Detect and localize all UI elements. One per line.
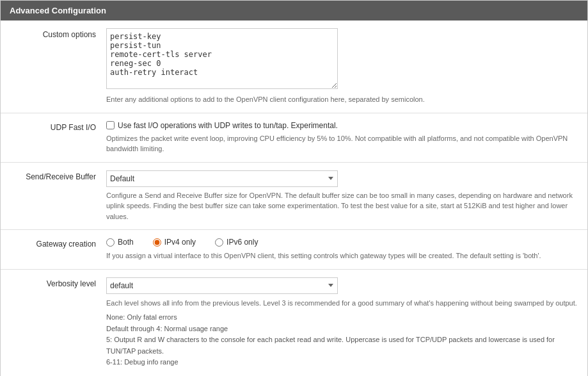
udp-fast-io-row: UDP Fast I/O Use fast I/O operations wit… (1, 113, 587, 163)
custom-options-label: Custom options (7, 28, 106, 39)
send-receive-buffer-select[interactable]: Default (106, 170, 338, 187)
gateway-creation-content: Both IPv4 only IPv6 only If you assign a… (106, 238, 581, 261)
gateway-creation-row: Gateway creation Both IPv4 only IPv6 onl… (1, 230, 587, 270)
verbosity-level-help: Each level shows all info from the previ… (106, 298, 581, 309)
verbosity-desc-6-11: 6-11: Debug info range (106, 357, 581, 368)
send-receive-buffer-help: Configure a Send and Receive Buffer size… (106, 190, 581, 222)
udp-fast-io-content: Use fast I/O operations with UDP writes … (106, 121, 581, 154)
verbosity-desc-none: None: Only fatal errors (106, 312, 581, 323)
send-receive-buffer-label: Send/Receive Buffer (7, 170, 106, 181)
verbosity-descriptions: None: Only fatal errors Default through … (106, 312, 581, 368)
custom-options-textarea[interactable] (106, 28, 338, 89)
verbosity-level-select[interactable]: default (106, 277, 338, 294)
custom-options-help: Enter any additional options to add to t… (106, 94, 581, 105)
send-receive-buffer-row: Send/Receive Buffer Default Configure a … (1, 163, 587, 231)
gateway-ipv4-label[interactable]: IPv4 only (164, 238, 196, 247)
panel-title-text: Advanced Configuration (10, 6, 106, 15)
send-receive-buffer-content: Default Configure a Send and Receive Buf… (106, 170, 581, 222)
udp-fast-io-help: Optimizes the packet write event loop, i… (106, 133, 581, 154)
verbosity-level-content: default Each level shows all info from t… (106, 277, 581, 368)
gateway-ipv4-radio[interactable] (153, 238, 161, 247)
gateway-both-label[interactable]: Both (118, 238, 134, 247)
gateway-ipv6-label[interactable]: IPv6 only (226, 238, 258, 247)
gateway-ipv4-item: IPv4 only (153, 238, 196, 247)
gateway-creation-label: Gateway creation (7, 238, 106, 249)
udp-fast-io-checkbox-label[interactable]: Use fast I/O operations with UDP writes … (118, 121, 338, 130)
udp-fast-io-checkbox-row: Use fast I/O operations with UDP writes … (106, 121, 581, 130)
gateway-creation-radio-group: Both IPv4 only IPv6 only (106, 238, 581, 247)
verbosity-desc-5: 5: Output R and W characters to the cons… (106, 334, 581, 357)
verbosity-level-row: Verbosity level default Each level shows… (1, 270, 587, 376)
udp-fast-io-label: UDP Fast I/O (7, 121, 106, 132)
panel-body: Custom options Enter any additional opti… (1, 20, 587, 376)
verbosity-desc-default: Default through 4: Normal usage range (106, 323, 581, 335)
gateway-both-item: Both (106, 238, 134, 247)
advanced-config-panel: Advanced Configuration Custom options En… (0, 0, 588, 376)
verbosity-level-label: Verbosity level (7, 277, 106, 288)
gateway-ipv6-item: IPv6 only (215, 238, 258, 247)
custom-options-row: Custom options Enter any additional opti… (1, 20, 587, 113)
gateway-ipv6-radio[interactable] (215, 238, 223, 247)
panel-title: Advanced Configuration (1, 1, 587, 20)
gateway-both-radio[interactable] (106, 238, 115, 247)
gateway-creation-help: If you assign a virtual interface to thi… (106, 250, 581, 261)
udp-fast-io-checkbox[interactable] (106, 121, 115, 129)
custom-options-content: Enter any additional options to add to t… (106, 28, 581, 105)
